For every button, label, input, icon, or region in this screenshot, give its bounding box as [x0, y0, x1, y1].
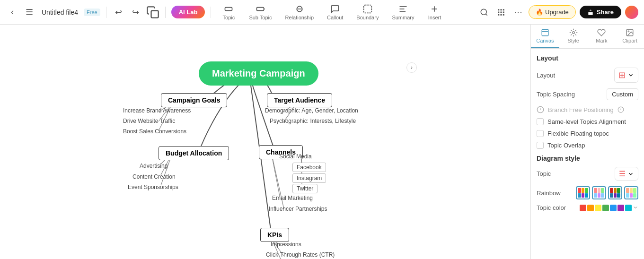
toolbar-right: ⋯ 🔥 Upgrade Share [477, 5, 638, 19]
tool-summary[interactable]: Summary [387, 2, 419, 22]
tool-topic[interactable]: Topic [217, 2, 240, 22]
kpis-label: KPIs [260, 228, 289, 242]
swatch-yellow[interactable] [595, 205, 601, 211]
budget-label: Budget Allocation [159, 146, 229, 160]
swatch-blue[interactable] [610, 205, 617, 211]
tool-boundary[interactable]: Boundary [352, 2, 383, 22]
tab-mark[interactable]: Mark [588, 25, 616, 48]
topic-style-row: Topic ☰ [537, 167, 638, 181]
node-influencer[interactable]: Influencer Partnerships [269, 206, 327, 212]
tab-canvas[interactable]: Canvas [531, 25, 559, 48]
swatch-red[interactable] [580, 205, 586, 211]
rainbow-opt-1[interactable] [576, 186, 590, 199]
node-email[interactable]: Email Marketing [272, 195, 313, 201]
node-budget[interactable]: Budget Allocation [159, 146, 229, 160]
tool-boundary-label: Boundary [356, 15, 379, 20]
topic-style-selector[interactable]: ☰ [615, 167, 638, 181]
layout-row: Layout ⊞ [537, 68, 638, 83]
node-twitter[interactable]: Twitter [292, 184, 318, 193]
node-impressions[interactable]: Impressions [271, 241, 301, 248]
search-button[interactable] [477, 6, 491, 19]
undo-button[interactable]: ↩ [112, 6, 125, 19]
node-kpis[interactable]: KPIs [260, 228, 289, 242]
tool-callout-label: Callout [327, 15, 343, 20]
node-content[interactable]: Content Creation [132, 173, 176, 180]
main-area: Marketing Campaign Campaign Goals Increa… [0, 25, 644, 259]
node-demographic[interactable]: Demographic: Age, Gender, Location [265, 107, 358, 114]
rainbow-opt-2[interactable] [592, 186, 606, 199]
node-increase-brand[interactable]: Increase Brand Awareness [123, 107, 191, 114]
svg-point-42 [628, 31, 629, 32]
swatch-green[interactable] [602, 205, 609, 211]
topic-color-label: Topic color [537, 204, 566, 211]
swatch-cyan[interactable] [625, 205, 632, 211]
checkbox-same-level-label: Same-level Topics Alignment [547, 118, 626, 125]
panel-content: Layout Layout ⊞ Topic Spacing Custom Bra… [531, 49, 644, 259]
swatch-purple[interactable] [618, 205, 624, 211]
diagram-style-title: Diagram style [537, 155, 638, 162]
tool-insert-label: Insert [428, 15, 441, 20]
share-button[interactable]: Share [580, 6, 621, 18]
topic-spacing-value[interactable]: Custom [607, 88, 638, 100]
svg-rect-14 [503, 9, 504, 10]
node-target-audience[interactable]: Target Audience [267, 93, 332, 107]
node-campaign-goals[interactable]: Campaign Goals [161, 93, 227, 107]
swatch-orange[interactable] [587, 205, 594, 211]
checkbox-flexible-label: Flexible Floating topoc [547, 130, 609, 137]
svg-rect-20 [503, 14, 504, 15]
panel-collapse-button[interactable]: › [406, 62, 417, 73]
rainbow-opt-3[interactable] [608, 186, 622, 199]
rainbow-opt-4[interactable] [624, 186, 638, 199]
checkbox-overlap-input[interactable] [537, 142, 544, 149]
svg-rect-0 [151, 10, 158, 17]
color-expand-icon[interactable] [633, 205, 638, 210]
branch-free-label: Branch Free Positioning [548, 106, 614, 113]
svg-line-11 [486, 14, 487, 15]
svg-point-10 [481, 9, 487, 15]
tab-style[interactable]: Style [559, 25, 588, 48]
canvas-area[interactable]: Marketing Campaign Campaign Goals Increa… [0, 25, 530, 259]
node-instagram[interactable]: Instagram [292, 173, 326, 183]
toolbar-left: ‹ ☰ Untitled file4 Free ↩ ↪ AI Lab Topic… [6, 2, 446, 22]
checkbox-flexible-input[interactable] [537, 130, 544, 137]
node-social-media[interactable]: Social Media [279, 153, 312, 160]
color-swatches [580, 205, 638, 211]
tool-insert[interactable]: Insert [423, 2, 446, 22]
svg-rect-16 [501, 11, 502, 13]
node-psychographic[interactable]: Psychographic: Interests, Lifestyle [270, 118, 356, 124]
tool-relationship-label: Relationship [285, 15, 314, 20]
divider-1 [106, 7, 106, 18]
tool-callout[interactable]: Callout [322, 2, 348, 22]
back-button[interactable]: ‹ [6, 6, 19, 19]
svg-rect-15 [498, 11, 500, 13]
node-drive-traffic[interactable]: Drive Website Traffic [123, 118, 175, 124]
node-facebook[interactable]: Facebook [292, 163, 326, 172]
redo-button[interactable]: ↪ [129, 6, 142, 19]
node-advertising[interactable]: Advertising [140, 163, 168, 169]
node-event[interactable]: Event Sponsorships [128, 184, 178, 190]
node-boost-sales[interactable]: Boost Sales Conversions [123, 128, 186, 135]
copy-button[interactable] [146, 6, 159, 19]
tool-subtopic[interactable]: Sub Topic [244, 2, 276, 22]
checkbox-same-level: Same-level Topics Alignment [537, 118, 638, 125]
user-avatar[interactable] [625, 6, 638, 19]
menu-button[interactable]: ☰ [23, 6, 36, 19]
topic-spacing-label: Topic Spacing [537, 91, 575, 98]
node-root[interactable]: Marketing Campaign [199, 61, 318, 86]
layout-label: Layout [537, 72, 555, 79]
upgrade-button[interactable]: 🔥 Upgrade [529, 5, 575, 19]
grid-button[interactable] [494, 6, 508, 19]
rainbow-options [576, 186, 638, 199]
ai-lab-button[interactable]: AI Lab [171, 6, 205, 18]
svg-rect-18 [498, 14, 500, 15]
layout-selector[interactable]: ⊞ [614, 68, 638, 83]
tool-relationship[interactable]: Relationship [281, 2, 319, 22]
free-badge: Free [84, 9, 100, 16]
divider-2 [165, 7, 166, 18]
node-ctr[interactable]: Click-Through Rates (CTR) [266, 251, 335, 258]
svg-point-40 [572, 32, 574, 34]
tab-clipart[interactable]: Clipart [616, 25, 644, 48]
checkbox-same-level-input[interactable] [537, 118, 544, 125]
svg-rect-13 [501, 9, 502, 10]
more-button[interactable]: ⋯ [512, 6, 525, 19]
